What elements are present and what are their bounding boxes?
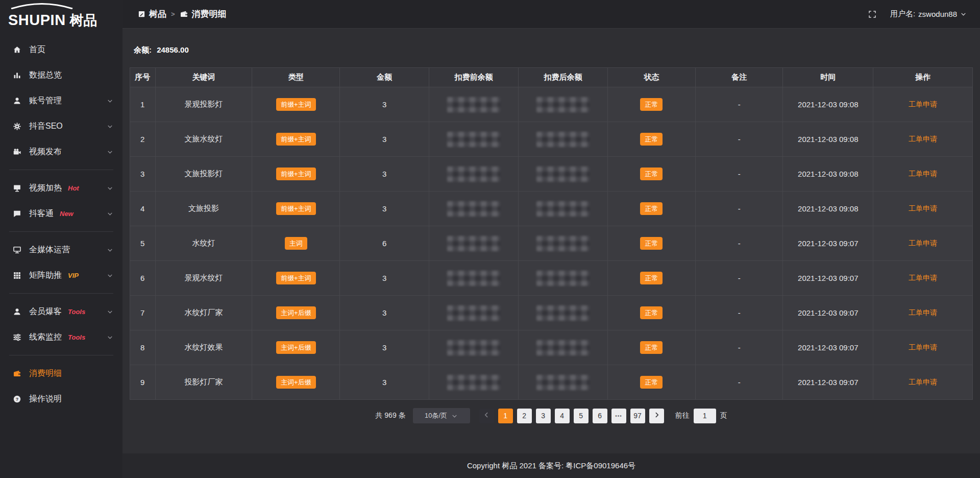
- sidebar-item-label: 视频加热: [29, 183, 62, 194]
- status-badge: 正常: [640, 376, 663, 389]
- sliders-icon: [12, 332, 21, 342]
- remark-cell: -: [738, 239, 741, 248]
- remark-cell: -: [738, 170, 741, 178]
- balance-before-redacted: [447, 166, 500, 182]
- type-badge: 前缀+主词: [276, 168, 316, 180]
- chevron-down-icon: [107, 98, 113, 104]
- page-size-select[interactable]: 10条/页: [413, 408, 470, 423]
- sidebar-item-consume-detail[interactable]: 消费明细: [0, 361, 122, 386]
- page-button[interactable]: 5: [574, 409, 589, 423]
- consume-table: 序号关键词类型金额扣费前余额扣费后余额状态备注时间操作 1 景观投影灯 前缀+主…: [130, 67, 973, 400]
- row-index: 2: [140, 135, 144, 144]
- type-badge: 前缀+主词: [276, 133, 316, 146]
- user-dropdown[interactable]: 用户名: zswodun88: [890, 9, 967, 19]
- table-row: 6 景观水纹灯 前缀+主词 3 正常 - 2021-12-03 09:07 工单…: [130, 261, 973, 296]
- jump-prefix: 前往: [675, 411, 690, 420]
- pagination-total: 共 969 条: [375, 411, 405, 420]
- sidebar-item-matrix-boost[interactable]: 矩阵助推 VIP: [0, 262, 122, 288]
- jump-page-input[interactable]: [694, 409, 716, 423]
- svg-text:?: ?: [15, 396, 18, 401]
- question-icon: ?: [12, 394, 21, 403]
- sidebar-item-video-publish[interactable]: 视频发布: [0, 139, 122, 164]
- amount-cell: 6: [382, 239, 386, 248]
- sidebar-item-clue-monitor[interactable]: 线索监控 Tools: [0, 324, 122, 350]
- chevron-down-icon: [107, 272, 113, 279]
- page-prev-button[interactable]: [479, 409, 494, 423]
- remark-cell: -: [738, 274, 741, 282]
- sidebar-item-video-heat[interactable]: 视频加热 Hot: [0, 175, 122, 201]
- page-ellipsis-button[interactable]: •••: [611, 409, 626, 423]
- ticket-apply-link[interactable]: 工单申请: [909, 100, 937, 108]
- page-button[interactable]: 3: [536, 409, 551, 423]
- sidebar-item-label: 数据总览: [29, 70, 62, 81]
- user-icon: [12, 307, 21, 316]
- balance-after-redacted: [536, 305, 590, 321]
- page-button[interactable]: 2: [517, 409, 532, 423]
- sidebar-item-label: 全媒体运营: [29, 245, 70, 255]
- ticket-apply-link[interactable]: 工单申请: [909, 274, 937, 282]
- breadcrumb-item[interactable]: 消费明细: [180, 8, 227, 20]
- username-label: 用户名:: [890, 9, 915, 19]
- col-header: 关键词: [155, 68, 252, 87]
- page-button[interactable]: 6: [593, 409, 607, 423]
- remark-cell: -: [738, 100, 741, 109]
- sidebar-item-media-operation[interactable]: 全媒体运营: [0, 237, 122, 262]
- col-header: 扣费后余额: [519, 68, 608, 87]
- page-button[interactable]: 4: [555, 409, 570, 423]
- keyword-cell: 文旅投影: [188, 204, 219, 212]
- fullscreen-icon[interactable]: [868, 10, 877, 19]
- time-cell: 2021-12-03 09:07: [798, 274, 858, 282]
- ticket-apply-link[interactable]: 工单申请: [909, 308, 937, 317]
- jump-suffix: 页: [720, 411, 727, 420]
- footer: Copyright 树品 2021 备案号: 粤ICP备09019646号: [122, 453, 980, 478]
- sidebar-item-douketong[interactable]: 抖客通 New: [0, 201, 122, 226]
- sidebar-item-label: 视频发布: [29, 147, 62, 157]
- sidebar-item-badge: Tools: [68, 333, 85, 341]
- table-header-row: 序号关键词类型金额扣费前余额扣费后余额状态备注时间操作: [130, 68, 973, 87]
- page-button-current[interactable]: 1: [498, 409, 513, 423]
- balance-before-redacted: [447, 305, 500, 321]
- ticket-apply-link[interactable]: 工单申请: [909, 239, 937, 247]
- time-cell: 2021-12-03 09:08: [798, 100, 858, 109]
- amount-cell: 3: [382, 135, 386, 144]
- sidebar-item-douyin-seo[interactable]: 抖音SEO: [0, 113, 122, 139]
- chevron-down-icon: [107, 149, 113, 155]
- sidebar-item-label: 会员爆客: [29, 306, 62, 317]
- col-header: 备注: [695, 68, 783, 87]
- sidebar-item-home[interactable]: 首页: [0, 37, 122, 62]
- sidebar-item-badge: Tools: [68, 308, 85, 316]
- chevron-down-icon: [451, 413, 458, 419]
- ticket-apply-link[interactable]: 工单申请: [909, 204, 937, 212]
- type-badge: 前缀+主词: [276, 272, 316, 284]
- breadcrumb-item[interactable]: 树品: [138, 8, 166, 20]
- doc-edit-icon: [138, 10, 145, 18]
- col-header: 金额: [340, 68, 429, 87]
- ticket-apply-link[interactable]: 工单申请: [909, 343, 937, 351]
- keyword-cell: 景观水纹灯: [184, 273, 223, 282]
- status-badge: 正常: [640, 133, 663, 146]
- breadcrumb-label: 消费明细: [192, 8, 227, 20]
- keyword-cell: 水纹灯厂家: [184, 308, 223, 317]
- col-header: 扣费前余额: [429, 68, 519, 87]
- sidebar-item-data-overview[interactable]: 数据总览: [0, 62, 122, 88]
- chevron-right-icon: [653, 412, 660, 420]
- page-next-button[interactable]: [649, 409, 664, 423]
- ticket-apply-link[interactable]: 工单申请: [909, 378, 937, 386]
- status-badge: 正常: [640, 237, 663, 250]
- sidebar-item-member-baoke[interactable]: 会员爆客 Tools: [0, 299, 122, 324]
- row-index: 3: [140, 170, 144, 178]
- status-badge: 正常: [640, 306, 663, 319]
- ticket-apply-link[interactable]: 工单申请: [909, 135, 937, 143]
- keyword-cell: 投影灯厂家: [184, 377, 223, 386]
- balance-label: 余额:: [134, 45, 152, 54]
- sidebar-item-help[interactable]: ? 操作说明: [0, 386, 122, 412]
- sidebar-item-account-manage[interactable]: 账号管理: [0, 88, 122, 113]
- balance-before-redacted: [447, 132, 500, 147]
- ticket-apply-link[interactable]: 工单申请: [909, 170, 937, 178]
- type-badge: 主词: [285, 237, 307, 250]
- page-button[interactable]: 97: [630, 409, 645, 423]
- sidebar-item-label: 消费明细: [29, 368, 62, 379]
- balance-after-redacted: [536, 166, 590, 182]
- row-index: 4: [140, 204, 144, 213]
- amount-cell: 3: [382, 343, 386, 352]
